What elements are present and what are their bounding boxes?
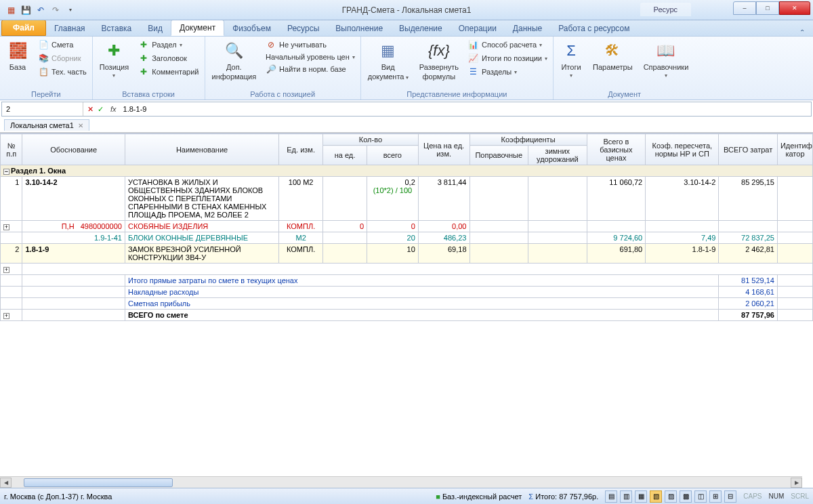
table-row[interactable]: 1 3.10-14-2 УСТАНОВКА В ЖИЛЫХ И ОБЩЕСТВЕ… <box>1 177 813 221</box>
status-icon-8[interactable]: ⊞ <box>709 490 722 503</box>
subtotal-row[interactable]: Сметная прибыль 2 060,21 <box>1 298 813 310</box>
col-name[interactable]: Наименование <box>125 134 278 165</box>
scroll-thumb[interactable] <box>24 478 173 487</box>
position-button[interactable]: ✚ Позиция ▾ <box>97 39 132 80</box>
tab-data[interactable]: Данные <box>505 21 550 36</box>
collapse-ribbon-icon[interactable]: ⌃ <box>799 28 805 36</box>
col-npp[interactable]: № п.п <box>1 134 22 165</box>
status-icon-3[interactable]: ▦ <box>635 490 647 503</box>
sbornik-button[interactable]: 📚Сборник <box>37 52 88 64</box>
status-icon-7[interactable]: ◫ <box>694 490 707 503</box>
status-icon-1[interactable]: ▤ <box>605 490 617 503</box>
cancel-edit-icon[interactable]: ✕ <box>87 105 93 114</box>
save-icon[interactable]: 💾 <box>20 5 31 16</box>
expand-icon[interactable]: + <box>3 267 9 273</box>
status-icon-6[interactable]: ▩ <box>680 490 692 503</box>
status-icon-4[interactable]: ▧ <box>650 490 662 503</box>
group-label-position: Работа с позицией <box>209 89 356 100</box>
tab-operations[interactable]: Операции <box>451 21 505 36</box>
formula-input[interactable]: 1.8-1-9 <box>119 105 811 113</box>
status-icon-9[interactable]: ⊟ <box>724 490 736 503</box>
qat-dropdown-icon[interactable]: ▾ <box>65 5 76 16</box>
dopinfo-button[interactable]: 🔍 Доп. информация <box>209 39 259 82</box>
expand-icon[interactable]: + <box>3 224 9 230</box>
accept-edit-icon[interactable]: ✓ <box>98 105 104 114</box>
total-row[interactable]: + ВСЕГО по смете 87 757,96 <box>1 310 813 321</box>
tab-execution[interactable]: Выполнение <box>327 21 391 36</box>
undo-icon[interactable]: ↶ <box>35 5 46 16</box>
col-koef[interactable]: Коэффициенты <box>470 134 587 146</box>
magnifier-icon: 🔍 <box>223 40 245 62</box>
expand-formulas-button[interactable]: {fx} Развернуть формулы <box>417 39 461 82</box>
window-controls: – □ ✕ <box>733 1 810 15</box>
status-icon-2[interactable]: ▥ <box>620 490 632 503</box>
startlevel-button[interactable]: Начальный уровень цен <box>264 52 356 62</box>
header-button[interactable]: ✚Заголовок <box>137 52 200 64</box>
smeta-button[interactable]: 📄Смета <box>37 39 88 51</box>
tab-document[interactable]: Документ <box>171 20 224 36</box>
col-peresch[interactable]: Коэф. пересчета, нормы НР и СП <box>646 134 719 165</box>
close-button[interactable]: ✕ <box>779 1 810 15</box>
params-button[interactable]: 🛠 Параметры <box>590 39 635 72</box>
table-row[interactable]: + <box>1 264 813 275</box>
fx-label[interactable]: fx <box>108 105 119 113</box>
sections-button[interactable]: ☰Разделы <box>467 66 549 78</box>
scroll-right-icon[interactable]: ▶ <box>791 478 802 488</box>
tab-physvolume[interactable]: Физобъем <box>224 21 279 36</box>
estimate-grid[interactable]: № п.п Обоснование Наименование Ед. изм. … <box>0 133 813 465</box>
tab-view[interactable]: Вид <box>140 21 171 36</box>
col-qty-total[interactable]: всего <box>367 146 419 165</box>
scroll-left-icon[interactable]: ◀ <box>0 478 12 488</box>
expand-icon[interactable]: + <box>3 313 9 319</box>
col-unit[interactable]: Ед. изм. <box>279 134 323 165</box>
col-koef-pop[interactable]: Поправочные <box>470 146 528 165</box>
col-koef-zim[interactable]: зимних удорожаний <box>528 146 587 165</box>
tab-resources[interactable]: Ресурсы <box>279 21 327 36</box>
section-button[interactable]: ✚Раздел <box>137 39 200 51</box>
base-button[interactable]: 🧱 База <box>4 39 31 72</box>
calcmethod-button[interactable]: 📊Способ расчета <box>467 39 549 51</box>
group-label-goto: Перейти <box>4 89 88 100</box>
techpart-button[interactable]: 📋Тех. часть <box>37 66 88 78</box>
postotals-button[interactable]: 📈Итоги по позиции <box>467 52 549 64</box>
section-row[interactable]: −Раздел 1. Окна <box>1 165 813 177</box>
col-price[interactable]: Цена на ед. изм. <box>418 134 470 165</box>
ignore-button[interactable]: ⊘Не учитывать <box>264 39 356 51</box>
horizontal-scrollbar[interactable]: ◀ ▶ <box>0 476 802 488</box>
status-region: г. Москва (с Доп.1-37) г. Москва <box>4 492 112 501</box>
subtotal-row[interactable]: Накладные расходы 4 168,61 <box>1 287 813 298</box>
document-tab[interactable]: Локальная смета1 ✕ <box>4 119 89 131</box>
col-ident[interactable]: Идентифи катор <box>777 134 812 165</box>
redo-icon[interactable]: ↷ <box>50 5 61 16</box>
status-icon-5[interactable]: ▨ <box>665 490 677 503</box>
position-label: Позиция <box>100 63 129 71</box>
table-row-selected[interactable]: 2 1.8-1-9 ЗАМОК ВРЕЗНОЙ УСИЛЕННОЙ КОНСТР… <box>1 244 813 264</box>
col-qty[interactable]: Кол-во <box>323 134 419 146</box>
group-label-view: Представление информации <box>365 89 549 100</box>
contextual-tab-resource[interactable]: Ресурс <box>640 3 691 16</box>
group-label-document: Документ <box>558 89 691 100</box>
tab-insert[interactable]: Вставка <box>93 21 140 36</box>
tab-resource-work[interactable]: Работа с ресурсом <box>550 21 638 36</box>
table-row[interactable]: 1.9-1-41 БЛОКИ ОКОННЫЕ ДЕРЕВЯННЫЕ М2 20 … <box>1 232 813 244</box>
comment-button[interactable]: ✚Комментарий <box>137 66 200 78</box>
col-total[interactable]: ВСЕГО затрат <box>719 134 778 165</box>
close-tab-icon[interactable]: ✕ <box>78 122 83 129</box>
col-qty-unit[interactable]: на ед. <box>323 146 367 165</box>
name-box[interactable]: 2 <box>2 102 83 116</box>
file-tab[interactable]: Файл <box>1 20 46 36</box>
tab-main[interactable]: Главная <box>46 21 93 36</box>
viewdoc-button[interactable]: ▦ Вид документа <box>365 39 411 82</box>
collapse-icon[interactable]: − <box>3 169 9 175</box>
col-obosn[interactable]: Обоснование <box>22 134 125 165</box>
minimize-button[interactable]: – <box>733 1 756 15</box>
findnorm-button[interactable]: 🔎Найти в норм. базе <box>264 63 356 75</box>
tab-selection[interactable]: Выделение <box>391 21 451 36</box>
table-row[interactable]: + П,Н 4980000000 СКОБЯНЫЕ ИЗДЕЛИЯ КОМПЛ.… <box>1 221 813 232</box>
maximize-button[interactable]: □ <box>756 1 779 15</box>
reference-button[interactable]: 📖 Справочники ▾ <box>641 39 692 80</box>
totals-button[interactable]: Σ Итоги ▾ <box>558 39 585 80</box>
status-bar: г. Москва (с Доп.1-37) г. Москва ■ Баз.-… <box>0 488 813 504</box>
col-base[interactable]: Всего в базисных ценах <box>587 134 646 165</box>
subtotal-row[interactable]: Итого прямые затраты по смете в текущих … <box>1 275 813 287</box>
